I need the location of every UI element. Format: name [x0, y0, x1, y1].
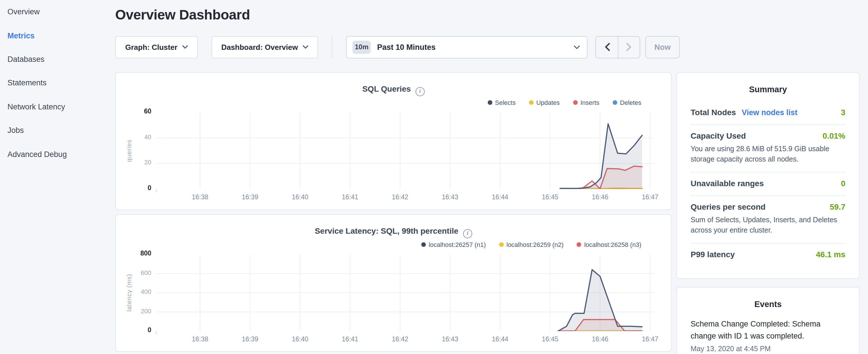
summary-stat-capacity-used: Capacity Used0.01%You are using 28.6 MiB…: [691, 125, 845, 172]
x-tick-label: 16:43: [427, 336, 473, 343]
view-nodes-list-link[interactable]: View nodes list: [742, 108, 798, 117]
sidebar-item-overview[interactable]: Overview: [7, 0, 115, 24]
legend-dot-icon: [529, 100, 533, 105]
x-tick-label: 16:43: [427, 194, 473, 200]
events-panel: Events Schema Change Completed: Schema c…: [676, 287, 860, 354]
stat-value: 0: [841, 179, 845, 188]
stat-description: Sum of Selects, Updates, Inserts, and De…: [691, 215, 845, 235]
summary-stats: Total NodesView nodes list3Capacity Used…: [691, 101, 845, 266]
chevron-left-icon: [604, 43, 610, 51]
controls-divider: [332, 36, 333, 58]
y-tick-label: 20: [116, 159, 151, 166]
chart-legend: localhost:26257 (n1)localhost:26259 (n2)…: [421, 241, 641, 248]
x-tick-label: 16:38: [177, 336, 223, 343]
stat-row-header: P99 latency46.1 ms: [691, 250, 845, 259]
stat-row-header: Unavailable ranges0: [691, 179, 845, 188]
chart-plot-area: [156, 112, 654, 189]
stat-row-header: Queries per second59.7: [691, 202, 845, 212]
stat-row-header: Capacity Used0.01%: [691, 131, 845, 140]
chart-svg: [156, 254, 654, 331]
time-prev-button[interactable]: [596, 37, 618, 58]
chart-plot-area: [156, 254, 654, 331]
y-tick-label: 40: [116, 133, 151, 140]
x-tick-label: 16:39: [227, 194, 273, 200]
legend-item-inserts[interactable]: Inserts: [573, 99, 599, 106]
x-tick-label: 16:42: [377, 336, 423, 343]
legend-dot-icon: [612, 100, 617, 105]
legend-dot-icon: [421, 242, 426, 247]
dashboard-dropdown-label: Dashboard: Overview: [221, 43, 298, 52]
summary-panel-title: Summary: [691, 73, 845, 101]
chart-title-row: SQL Queriesi: [116, 84, 671, 96]
stat-label: Queries per second: [691, 202, 766, 212]
sidebar-item-metrics[interactable]: Metrics: [7, 24, 115, 47]
stat-description: You are using 28.6 MiB of 515.9 GiB usab…: [691, 144, 845, 164]
chart-card-service-latency: Service Latency: SQL, 99th percentilei l…: [115, 214, 672, 351]
legend-label: Inserts: [580, 99, 599, 106]
app-root: OverviewMetricsDatabasesStatementsNetwor…: [0, 0, 868, 354]
sidebar-item-statements[interactable]: Statements: [7, 71, 115, 95]
chart-title: SQL Queries: [362, 84, 411, 93]
y-tick-label: 400: [116, 288, 151, 295]
time-step-button-group: [595, 36, 640, 58]
stat-label: P99 latency: [691, 250, 735, 259]
stat-value: 59.7: [830, 202, 846, 212]
y-axis-zero-tick: [156, 189, 156, 192]
x-tick-label: 16:38: [177, 194, 223, 200]
graph-dropdown[interactable]: Graph: Cluster: [115, 36, 198, 58]
legend-dot-icon: [488, 100, 492, 105]
info-icon[interactable]: i: [463, 229, 472, 238]
chevron-down-icon: [574, 45, 580, 49]
dashboard-dropdown[interactable]: Dashboard: Overview: [212, 36, 318, 58]
legend-item-updates[interactable]: Updates: [529, 99, 560, 106]
summary-stat-unavailable-ranges: Unavailable ranges0: [691, 172, 845, 196]
x-tick-label: 16:40: [277, 336, 323, 343]
legend-label: Deletes: [620, 99, 641, 106]
y-tick-label: 600: [116, 269, 151, 276]
y-tick-label: 800: [116, 250, 151, 257]
y-tick-label: 200: [116, 307, 151, 314]
sidebar-item-jobs[interactable]: Jobs: [7, 119, 115, 142]
x-tick-label: 16:42: [377, 194, 423, 200]
legend-item-deletes[interactable]: Deletes: [612, 99, 641, 106]
chevron-down-icon: [303, 45, 308, 49]
stat-label: Unavailable ranges: [691, 179, 764, 188]
time-range-picker[interactable]: 10m Past 10 Minutes: [346, 36, 587, 58]
series-area-selects: [560, 124, 642, 189]
now-button[interactable]: Now: [645, 36, 680, 58]
legend-dot-icon: [573, 100, 578, 105]
legend-item-localhost-26258-n3[interactable]: localhost:26258 (n3): [577, 241, 641, 248]
x-tick-label: 16:44: [477, 336, 523, 343]
event-timestamp: May 13, 2020 at 4:45 PM: [691, 345, 845, 353]
x-tick-label: 16:40: [277, 194, 323, 200]
time-next-button[interactable]: [618, 37, 640, 58]
summary-stat-queries-per-second: Queries per second59.7Sum of Selects, Up…: [691, 196, 845, 244]
stat-value: 46.1 ms: [816, 250, 845, 259]
x-tick-label: 16:45: [527, 336, 573, 343]
legend-item-localhost-26257-n1[interactable]: localhost:26257 (n1): [421, 241, 486, 248]
x-tick-label: 16:41: [327, 336, 373, 343]
info-icon[interactable]: i: [415, 87, 425, 96]
legend-label: localhost:26257 (n1): [429, 241, 486, 248]
sidebar-item-databases[interactable]: Databases: [7, 47, 115, 71]
chart-card-sql-queries: SQL Queriesi SelectsUpdatesInsertsDelete…: [115, 72, 672, 210]
x-tick-label: 16:46: [577, 336, 623, 343]
legend-item-selects[interactable]: Selects: [488, 99, 516, 106]
y-axis-label: queries: [125, 112, 133, 189]
chevron-right-icon: [626, 43, 631, 51]
chart-svg: [156, 112, 654, 189]
sidebar-item-network-latency[interactable]: Network Latency: [7, 95, 115, 119]
y-tick-label: 0: [116, 326, 151, 333]
controls-bar: Graph: Cluster Dashboard: Overview 10m P…: [115, 36, 680, 58]
x-tick-label: 16:41: [327, 194, 373, 200]
sidebar-item-advanced-debug[interactable]: Advanced Debug: [7, 142, 115, 166]
time-range-badge: 10m: [352, 41, 371, 54]
summary-stat-total-nodes: Total NodesView nodes list3: [691, 101, 845, 125]
legend-dot-icon: [499, 242, 503, 247]
legend-label: Selects: [495, 99, 516, 106]
x-tick-label: 16:46: [577, 194, 623, 200]
x-tick-label: 16:47: [627, 194, 673, 200]
summary-stat-p99-latency: P99 latency46.1 ms: [691, 244, 845, 266]
legend-item-localhost-26259-n2[interactable]: localhost:26259 (n2): [499, 241, 563, 248]
x-tick-label: 16:44: [477, 194, 523, 200]
